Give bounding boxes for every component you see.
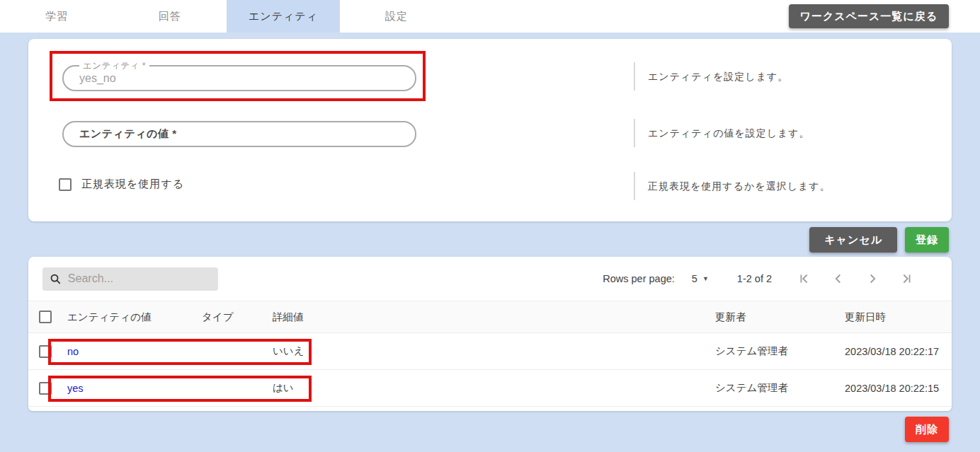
entity-values-table-card: Rows per page: 5 ▼ 1-2 of 2 — [28, 257, 952, 411]
cancel-button[interactable]: キャンセル — [809, 227, 897, 253]
entity-value-help-text: エンティティの値を設定します。 — [634, 119, 931, 147]
tab-learning[interactable]: 学習 — [0, 0, 113, 33]
updated-at-cell: 2023/03/18 20:22:17 — [845, 346, 952, 357]
column-header-updated-by: 更新者 — [715, 311, 845, 324]
rows-per-page-value: 5 — [692, 273, 697, 284]
entity-form-card: エンティティ * エンティティの値 * 正規表現を使用する エンティティを設定し… — [28, 39, 952, 221]
entity-field-label: エンティティ * — [79, 60, 149, 72]
updated-at-cell: 2023/03/18 20:22:15 — [845, 383, 952, 394]
table-row: no いいえ システム管理者 2023/03/18 20:22:17 — [28, 333, 952, 370]
search-icon — [50, 272, 62, 286]
pagination-range: 1-2 of 2 — [737, 273, 772, 284]
entity-help-text: エンティティを設定します。 — [634, 62, 931, 91]
column-header-detail-value: 詳細値 — [273, 311, 715, 324]
last-page-icon[interactable] — [889, 269, 923, 289]
register-button[interactable]: 登録 — [905, 227, 949, 253]
updated-by-cell: システム管理者 — [715, 344, 845, 358]
form-action-buttons: キャンセル 登録 — [809, 227, 949, 253]
search-box[interactable] — [42, 267, 218, 291]
entity-value-link[interactable]: no — [67, 346, 79, 357]
entity-field[interactable]: エンティティ * — [62, 65, 416, 91]
tab-answers[interactable]: 回答 — [113, 0, 227, 33]
detail-value-cell: いいえ — [273, 344, 715, 358]
column-header-updated-at: 更新日時 — [845, 311, 952, 324]
entity-value-field-label: エンティティの値 * — [79, 127, 176, 141]
delete-button[interactable]: 削除 — [905, 417, 949, 442]
table-toolbar: Rows per page: 5 ▼ 1-2 of 2 — [28, 257, 952, 301]
updated-by-cell: システム管理者 — [715, 381, 845, 395]
detail-value-cell: はい — [273, 381, 715, 395]
back-to-workspace-list-button[interactable]: ワークスペース一覧に戻る — [789, 4, 949, 28]
chevron-down-icon: ▼ — [702, 275, 709, 282]
chevron-left-icon[interactable] — [821, 269, 855, 289]
table-row: yes はい システム管理者 2023/03/18 20:22:15 — [28, 370, 952, 407]
entity-value-link[interactable]: yes — [67, 383, 84, 394]
regex-checkbox[interactable] — [59, 178, 72, 191]
rows-per-page-select[interactable]: 5 ▼ — [692, 273, 709, 284]
regex-checkbox-row[interactable]: 正規表現を使用する — [59, 178, 184, 191]
entity-input[interactable] — [79, 72, 399, 85]
tab-list: 学習 回答 エンティティ 設定 — [0, 0, 453, 33]
row-checkbox[interactable] — [39, 382, 52, 395]
select-all-checkbox[interactable] — [39, 311, 52, 323]
regex-checkbox-label: 正規表現を使用する — [81, 178, 184, 191]
table-header-row: エンティティの値 タイプ 詳細値 更新者 更新日時 — [28, 301, 952, 333]
column-header-type: タイプ — [202, 311, 273, 324]
rows-per-page-label: Rows per page: — [603, 273, 675, 284]
first-page-icon[interactable] — [787, 269, 821, 289]
entity-value-field[interactable]: エンティティの値 * — [62, 121, 416, 147]
regex-help-text: 正規表現を使用するかを選択します。 — [634, 172, 931, 200]
pagination-buttons — [787, 269, 923, 289]
tab-entities[interactable]: エンティティ — [227, 0, 340, 33]
chevron-right-icon[interactable] — [855, 269, 889, 289]
row-checkbox[interactable] — [39, 345, 52, 358]
tab-settings[interactable]: 設定 — [340, 0, 453, 33]
pagination: Rows per page: 5 ▼ 1-2 of 2 — [603, 269, 923, 289]
search-input[interactable] — [68, 272, 211, 285]
top-tab-bar: 学習 回答 エンティティ 設定 ワークスペース一覧に戻る — [0, 0, 980, 33]
column-header-entity-value: エンティティの値 — [67, 311, 202, 324]
